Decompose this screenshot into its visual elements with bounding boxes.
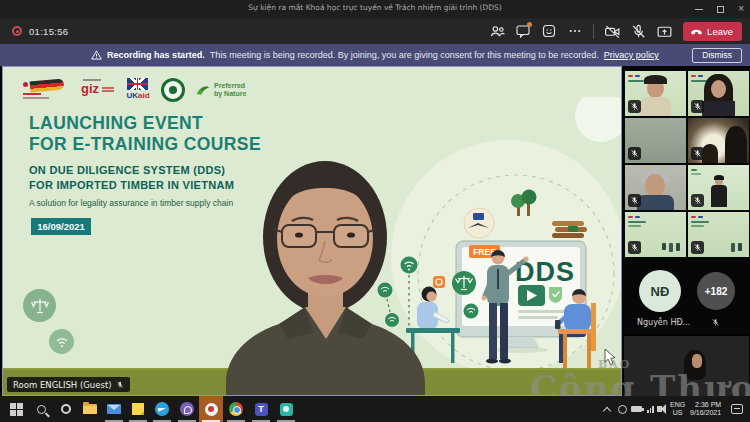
mic-toggle-button[interactable] (627, 20, 649, 42)
mail-icon[interactable] (106, 401, 122, 417)
mic-off-indicator (628, 147, 641, 160)
recording-banner: Recording has started. This meeting is b… (0, 44, 750, 66)
cortana-icon[interactable] (58, 401, 74, 417)
slide-logos-row: giz UKaid Preferred by Nature (23, 77, 246, 103)
maximize-icon[interactable] (717, 6, 724, 13)
meeting-timer: 01:15:56 (29, 26, 68, 37)
participant-tile[interactable] (688, 118, 749, 163)
slide-date-badge: 16/09/2021 (31, 218, 91, 235)
participant-tile[interactable] (625, 212, 686, 257)
speaker-mic-off-icon (116, 381, 124, 389)
scales-icon (23, 289, 56, 322)
camera-toggle-button[interactable] (601, 20, 623, 42)
more-options-button[interactable] (564, 20, 586, 42)
ukaid-text-aid: aid (138, 91, 150, 100)
participant-avatar[interactable]: NĐ (639, 270, 681, 312)
slide-title-line1: LAUNCHING EVENT (29, 113, 261, 134)
telegram-icon[interactable] (154, 401, 170, 417)
more-icon (567, 23, 583, 39)
slide-subtitle-line1: ON DUE DILIGENCE SYSTEM (DDS) (29, 163, 234, 178)
warning-icon (91, 50, 102, 60)
zalo-icon[interactable] (278, 401, 294, 417)
german-cooperation-logo (23, 79, 71, 101)
window-titlebar: Sự kiện ra mắt Khoá học trực tuyến về Tr… (0, 0, 750, 18)
chat-button[interactable] (512, 20, 534, 42)
overflow-participants: NĐ +182 (623, 262, 750, 312)
file-explorer-icon[interactable] (82, 401, 98, 417)
participant-tile[interactable] (625, 118, 686, 163)
mic-off-indicator (691, 241, 704, 254)
vnforest-logo (161, 78, 185, 102)
share-screen-icon (656, 23, 673, 40)
self-view-video[interactable] (624, 334, 749, 396)
pbn-text-line2: by Nature (214, 90, 246, 98)
participant-tile[interactable] (688, 71, 749, 116)
toolbar-divider (593, 24, 594, 39)
giz-logo: giz (81, 79, 115, 101)
preferred-by-nature-logo: Preferred by Nature (195, 82, 246, 98)
signal-icon[interactable] (647, 396, 654, 422)
speaker-name: Room ENGLISH (Guest) (13, 380, 112, 390)
slide-subtitle: ON DUE DILIGENCE SYSTEM (DDS) FOR IMPORT… (29, 163, 234, 193)
chat-notification-dot (527, 22, 532, 27)
clock-date: 9/16/2021 (690, 409, 721, 418)
reactions-button[interactable] (538, 20, 560, 42)
teams-meeting-window: Sự kiện ra mắt Khoá học trực tuyến về Tr… (0, 0, 750, 422)
toolbar-actions: Leave (486, 18, 742, 44)
record-icon (12, 26, 22, 36)
sticky-notes-icon[interactable] (130, 401, 146, 417)
close-icon[interactable]: × (738, 4, 744, 14)
mic-off-indicator (691, 100, 704, 113)
mic-off-indicator (691, 194, 704, 207)
start-button[interactable] (8, 401, 24, 417)
teams-icon[interactable]: T (253, 401, 269, 417)
slide-title: LAUNCHING EVENT FOR E-TRAINING COURSE (29, 113, 261, 155)
mic-off-indicator (691, 147, 704, 160)
camera-off-icon (604, 23, 621, 40)
bird-icon (195, 83, 211, 97)
chrome-icon[interactable] (228, 401, 244, 417)
window-controls: × (695, 0, 744, 18)
mic-off-indicator (628, 241, 641, 254)
meeting-stage: giz UKaid Preferred by Nature (0, 66, 750, 396)
tray-chevron-icon[interactable] (604, 396, 610, 422)
banner-body-text: This meeting is being recorded. By joini… (210, 50, 599, 60)
participant-mic-off-icon (711, 318, 720, 327)
clock[interactable]: 2:36 PM 9/16/2021 (690, 396, 721, 422)
viber-icon[interactable] (179, 401, 195, 417)
minimize-icon[interactable] (695, 9, 703, 10)
battery-icon[interactable] (631, 396, 642, 422)
participant-tile[interactable] (625, 71, 686, 116)
participant-face (711, 80, 726, 98)
clock-time: 2:36 PM (690, 401, 721, 410)
overflow-count-badge[interactable]: +182 (697, 272, 735, 310)
mic-off-indicator (628, 100, 641, 113)
notification-center-icon[interactable] (731, 396, 743, 422)
giz-logo-text: giz (81, 82, 99, 96)
participant-tile[interactable] (688, 165, 749, 210)
browser-icon[interactable] (203, 401, 219, 417)
participants-button[interactable] (486, 20, 508, 42)
language-indicator[interactable]: ENG US (670, 396, 685, 422)
speaker-icon[interactable] (657, 396, 662, 422)
union-jack-icon (127, 78, 148, 90)
network-icon[interactable] (618, 396, 627, 422)
language-line2: US (670, 409, 685, 417)
language-line1: ENG (670, 401, 685, 409)
slide-tagline: A solution for legality assurance in tim… (29, 198, 233, 208)
share-screen-button[interactable] (653, 20, 675, 42)
leave-button[interactable]: Leave (683, 22, 742, 41)
participant-tile[interactable] (625, 165, 686, 210)
search-icon[interactable] (33, 401, 49, 417)
leave-label: Leave (707, 26, 733, 37)
wifi-icon (49, 329, 74, 354)
participant-name: Nguyễn HĐ... (637, 318, 690, 327)
main-speaker-video[interactable]: giz UKaid Preferred by Nature (2, 66, 622, 396)
participant-tile[interactable] (688, 212, 749, 257)
banner-bold-text: Recording has started. (107, 50, 205, 60)
mouse-cursor (604, 349, 616, 366)
privacy-policy-link[interactable]: Privacy policy (604, 50, 659, 60)
dismiss-button[interactable]: Dismiss (692, 48, 742, 63)
windows-taskbar: T ENG US 2:36 PM 9/16/2021 (0, 396, 750, 422)
ukaid-text-uk: UK (126, 91, 138, 100)
